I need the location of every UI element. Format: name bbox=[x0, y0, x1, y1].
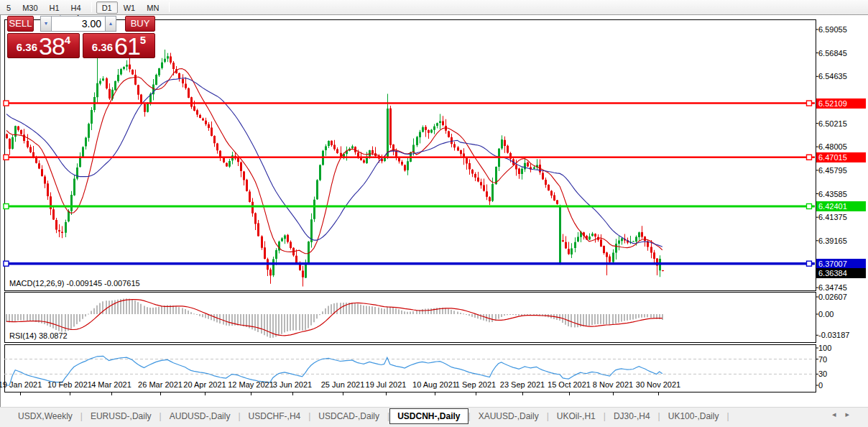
timeframe-toolbar: 5M30H1H4D1W1MN bbox=[0, 0, 868, 15]
date-axis-label: 10 Feb 2021 bbox=[47, 380, 92, 389]
date-axis-label: 4 Mar 2021 bbox=[91, 380, 131, 389]
line-drag-handle bbox=[807, 261, 812, 266]
buy-price-pips: 61 bbox=[114, 35, 140, 57]
date-axis-label: 1 Sep 2021 bbox=[456, 380, 496, 389]
tab-audusd-daily[interactable]: AUDUSD-,Daily bbox=[162, 408, 239, 424]
volume-decrease-button[interactable]: ▼ bbox=[40, 16, 52, 32]
line-drag-handle bbox=[807, 155, 812, 160]
line-drag-handle bbox=[4, 204, 9, 209]
sell-button[interactable]: SELL bbox=[7, 16, 34, 32]
date-axis-label: 15 Oct 2021 bbox=[548, 380, 591, 389]
date-tick-marks bbox=[21, 392, 659, 395]
hline-price-tag: 6.52109 bbox=[816, 98, 866, 109]
price-axis-tick: 6.54635 bbox=[818, 72, 866, 81]
tab-eurusd-daily[interactable]: EURUSD-,Daily bbox=[83, 408, 160, 424]
line-drag-handle bbox=[4, 155, 9, 160]
buy-price-prefix: 6.36 bbox=[92, 38, 113, 57]
macd-axis-tick: -0.03187 bbox=[818, 331, 866, 339]
tab-usdx-weekly[interactable]: USDX,Weekly bbox=[10, 408, 80, 424]
tab-usdcad-daily[interactable]: USDCAD-,Daily bbox=[310, 408, 387, 424]
sell-price-display[interactable]: 6.36 38 4 bbox=[7, 33, 80, 58]
tab-dj30-h4[interactable]: DJ30-,H4 bbox=[606, 408, 658, 424]
date-axis-label: 23 Sep 2021 bbox=[500, 380, 545, 389]
price-axis-tick: 6.50215 bbox=[818, 119, 866, 128]
chart-tab-bar: USDX,Weekly|EURUSD-,Daily|AUDUSD-,Daily|… bbox=[0, 407, 868, 425]
timeframe-button-h4[interactable]: H4 bbox=[65, 1, 87, 14]
volume-input[interactable]: 3.00 bbox=[52, 16, 105, 32]
date-axis-label: 12 May 2021 bbox=[228, 380, 274, 389]
price-axis-tick: 6.39165 bbox=[818, 237, 866, 245]
tab-scroll-left-icon[interactable]: ◂ bbox=[832, 410, 836, 419]
tab-separator: | bbox=[726, 411, 729, 421]
chart-canvas[interactable] bbox=[0, 0, 868, 427]
line-drag-handle bbox=[4, 101, 9, 106]
price-axis-tick: 6.59055 bbox=[818, 25, 866, 34]
tab-usdcnh-daily[interactable]: USDCNH-,Daily bbox=[389, 408, 468, 424]
tab-usdchf-h4[interactable]: USDCHF-,H4 bbox=[241, 408, 309, 424]
rsi-axis-tick: 100 bbox=[818, 344, 866, 352]
hline-price-tag: 6.37007 bbox=[816, 259, 866, 269]
rsi-label: RSI(14) 38.0872 bbox=[9, 331, 68, 340]
rsi-axis-tick: 70 bbox=[818, 355, 866, 364]
date-axis-label: 10 Aug 2021 bbox=[412, 380, 457, 389]
one-click-trading-panel: SELL ▼ 3.00 ▲ BUY 6.36 38 4 6.36 61 5 bbox=[7, 16, 158, 58]
macd-label: MACD(12,26,9) -0.009145 -0.007615 bbox=[9, 279, 140, 288]
price-axis-tick: 6.43585 bbox=[818, 190, 866, 198]
hline-price-tag: 6.47015 bbox=[816, 152, 866, 162]
date-axis-label: 3 Jun 2021 bbox=[273, 380, 312, 389]
buy-price-point: 5 bbox=[140, 35, 146, 45]
price-axis-tick: 6.56845 bbox=[818, 49, 866, 58]
rsi-axis-tick: 30 bbox=[818, 369, 866, 378]
date-axis-label: 8 Nov 2021 bbox=[593, 380, 633, 389]
buy-button[interactable]: BUY bbox=[125, 16, 155, 32]
bearish-candles bbox=[6, 52, 664, 286]
macd-histogram bbox=[6, 298, 663, 338]
toolbar-separator bbox=[91, 2, 92, 12]
hline-price-tag: 6.42401 bbox=[816, 201, 866, 211]
toolbar-separator bbox=[169, 2, 170, 12]
trading-app-window: 5M30H1H4D1W1MN ▲ USDCNH-,Daily 6.36331 6… bbox=[0, 0, 868, 427]
sell-price-point: 4 bbox=[65, 35, 70, 45]
tab-ukoil-h1[interactable]: UKOil-,H1 bbox=[549, 408, 604, 424]
date-axis-label: 25 Jun 2021 bbox=[321, 380, 365, 389]
current-price-tag: 6.36384 bbox=[816, 268, 866, 278]
tab-xauusd-daily[interactable]: XAUUSD-,Daily bbox=[471, 408, 547, 424]
macd-axis-tick: 0.02607 bbox=[818, 293, 866, 301]
date-axis-label: 30 Nov 2021 bbox=[636, 380, 680, 389]
date-axis-label: 19 Jan 2021 bbox=[0, 380, 42, 389]
timeframe-button-d1[interactable]: D1 bbox=[96, 1, 118, 14]
buy-price-display[interactable]: 6.36 61 5 bbox=[83, 33, 155, 58]
macd-axis-tick: 0.00 bbox=[818, 310, 866, 318]
volume-increase-button[interactable]: ▲ bbox=[105, 16, 116, 32]
tab-scroll-buttons: ◂ ▸ bbox=[832, 410, 849, 419]
timeframe-button-w1[interactable]: W1 bbox=[118, 1, 142, 14]
price-axis-tick: 6.45795 bbox=[818, 166, 866, 175]
rsi-axis-tick: 0 bbox=[818, 381, 866, 390]
tab-scroll-right-icon[interactable]: ▸ bbox=[845, 410, 849, 419]
line-drag-handle bbox=[807, 101, 812, 106]
ma-fast-line bbox=[6, 69, 662, 254]
date-axis-label: 20 Apr 2021 bbox=[183, 380, 226, 389]
bullish-candles bbox=[11, 49, 661, 278]
price-axis-tick: 6.48005 bbox=[818, 142, 866, 151]
sell-price-pips: 38 bbox=[39, 35, 65, 57]
timeframe-button-mn[interactable]: MN bbox=[141, 1, 165, 14]
timeframe-button-m30[interactable]: M30 bbox=[17, 1, 43, 14]
line-drag-handle bbox=[4, 261, 9, 266]
price-axis-tick: 6.41375 bbox=[818, 213, 866, 221]
date-axis-label: 19 Jul 2021 bbox=[366, 380, 407, 389]
timeframe-button-5[interactable]: 5 bbox=[1, 1, 17, 14]
timeframe-button-h1[interactable]: H1 bbox=[44, 1, 65, 14]
date-axis-label: 26 Mar 2021 bbox=[138, 380, 183, 389]
price-axis-tick: 6.34745 bbox=[818, 283, 866, 292]
tab-uk100-daily[interactable]: UK100-,Daily bbox=[660, 408, 727, 424]
line-drag-handle bbox=[807, 204, 812, 209]
sell-price-prefix: 6.36 bbox=[17, 38, 37, 57]
